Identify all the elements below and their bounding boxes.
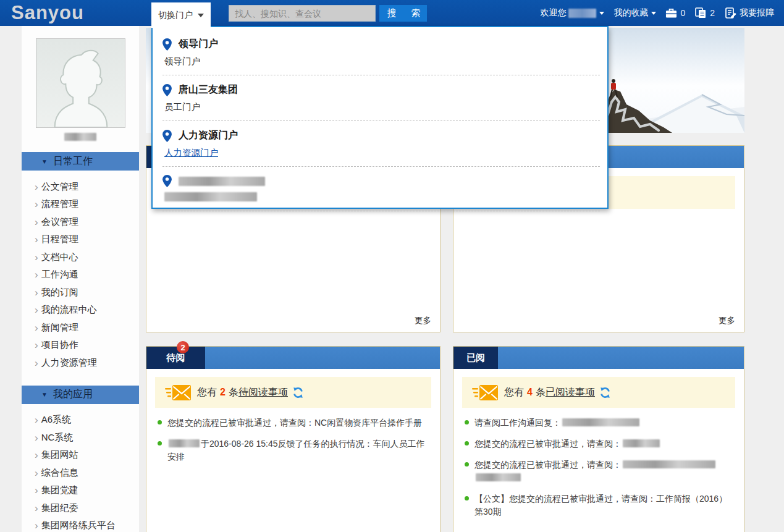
sidebar-item[interactable]: › 人力资源管理 bbox=[22, 354, 139, 372]
sidebar-item-label: 我的订阅 bbox=[41, 287, 78, 298]
sidebar-item[interactable]: › 文档中心 bbox=[22, 248, 139, 266]
chevron-right-icon: › bbox=[35, 415, 38, 425]
sidebar-item[interactable]: › 我的订阅 bbox=[22, 284, 139, 302]
chevron-right-icon: › bbox=[35, 433, 38, 443]
notice-list-item[interactable]: 于2016-08-26 15:45反馈了任务的执行情况：车间人员工作安排 bbox=[158, 437, 430, 463]
sidebar-section-title: 日常工作 bbox=[53, 155, 93, 168]
portal-title: 领导门户 bbox=[179, 38, 218, 51]
portal-page: ▼ 日常工作 › 公文管理 › 流程管理 › 会议管理 › 日程管理 › 文档中… bbox=[0, 0, 784, 532]
portal-subtitle-link[interactable]: 人力资源门户 bbox=[164, 147, 600, 159]
sidebar-item[interactable]: › 会议管理 bbox=[22, 213, 139, 231]
redacted-text bbox=[169, 439, 200, 447]
bullet-icon bbox=[465, 462, 469, 467]
report-label: 我要报障 bbox=[740, 7, 774, 19]
chevron-right-icon: › bbox=[35, 287, 38, 298]
panel-pending-tab[interactable]: 待阅 2 bbox=[146, 347, 205, 369]
portal-title: 人力资源门户 bbox=[179, 129, 238, 142]
favorites-menu[interactable]: 我的收藏 bbox=[613, 7, 656, 19]
sidebar-item[interactable]: › 集团党建 bbox=[22, 482, 139, 500]
bullet-icon bbox=[158, 441, 162, 445]
sidebar-item-label: 集团纪委 bbox=[41, 502, 78, 514]
more-link[interactable]: 更多 bbox=[415, 315, 431, 326]
sidebar-item[interactable]: › 工作沟通 bbox=[22, 266, 139, 284]
sidebar-item-label: 综合信息 bbox=[41, 467, 78, 479]
sidebar-item-label: 新闻管理 bbox=[41, 322, 78, 334]
notice-count: 4 bbox=[527, 387, 533, 398]
bullet-icon bbox=[465, 420, 469, 424]
briefcase-counter[interactable]: 0 bbox=[665, 7, 685, 19]
sidebar-item[interactable]: › 日程管理 bbox=[22, 231, 139, 249]
notepad-pen-icon bbox=[724, 7, 736, 19]
notice-unit: 条 bbox=[229, 386, 238, 399]
pending-notice-bar: 您有 2 条 待阅读事项 bbox=[155, 377, 431, 408]
sidebar-section-header[interactable]: ▼ 日常工作 bbox=[22, 152, 139, 171]
pending-count-badge: 2 bbox=[177, 341, 189, 353]
portal-dropdown-item[interactable]: 唐山三友集团 员工门户 bbox=[162, 75, 600, 121]
user-name-redacted bbox=[64, 133, 96, 141]
caret-down-icon bbox=[651, 12, 656, 15]
search-button[interactable]: 搜 索 bbox=[379, 5, 427, 22]
sidebar-item[interactable]: › A6系统 bbox=[22, 412, 139, 429]
portal-dropdown-item[interactable]: 人力资源门户 人力资源门户 bbox=[162, 121, 600, 167]
notice-list-item[interactable]: 您提交的流程已被审批通过，请查阅： bbox=[465, 437, 734, 450]
chevron-right-icon: › bbox=[35, 305, 38, 315]
redacted-portal-subtitle bbox=[164, 192, 257, 201]
portal-dropdown-item[interactable] bbox=[162, 167, 600, 211]
panel-pending-header: 待阅 2 bbox=[146, 347, 440, 369]
sidebar-item[interactable]: › 新闻管理 bbox=[22, 319, 139, 337]
notice-list-item[interactable]: 请查阅工作沟通回复： bbox=[465, 416, 734, 429]
refresh-icon[interactable] bbox=[599, 387, 611, 399]
sidebar-item[interactable]: › 项目协作 bbox=[22, 337, 139, 355]
notice-unit: 条 bbox=[536, 386, 546, 399]
more-link[interactable]: 更多 bbox=[719, 315, 735, 326]
portal-subtitle: 领导门户 bbox=[164, 56, 600, 67]
read-items-link[interactable]: 已阅读事项 bbox=[546, 386, 595, 399]
sidebar-item-label: 集团网络练兵平台 bbox=[41, 520, 116, 531]
documents-counter[interactable]: 2 bbox=[694, 7, 715, 19]
sidebar-item[interactable]: › 综合信息 bbox=[22, 464, 139, 482]
portal-switcher-button[interactable]: 切换门户 bbox=[151, 2, 211, 28]
sidebar-item[interactable]: › 集团纪委 bbox=[22, 499, 139, 517]
person-silhouette-icon bbox=[36, 39, 125, 127]
sidebar-item[interactable]: › 集团网站 bbox=[22, 447, 139, 465]
panel-pending-tab-label: 待阅 bbox=[167, 352, 185, 364]
sidebar-item[interactable]: › 流程管理 bbox=[22, 196, 139, 214]
location-pin-icon bbox=[162, 38, 172, 51]
briefcase-icon bbox=[665, 7, 677, 19]
report-issue[interactable]: 我要报障 bbox=[724, 7, 774, 19]
sidebar-item-label: 公文管理 bbox=[41, 181, 78, 193]
panel-read: 已阅 您有 4 条 已阅读事项 bbox=[453, 346, 744, 532]
sidebar-section-list: › 公文管理 › 流程管理 › 会议管理 › 日程管理 › 文档中心 › 工作沟… bbox=[22, 171, 139, 374]
panel-read-tab[interactable]: 已阅 bbox=[453, 347, 498, 369]
notice-list-item[interactable]: 您提交的流程已被审批通过，请查阅：NC闲置物资库平台操作手册 bbox=[158, 416, 430, 429]
avatar[interactable] bbox=[36, 38, 125, 128]
notice-list-item[interactable]: 【公文】您提交的流程已被审批通过，请查阅：工作简报（2016）第30期 bbox=[465, 492, 734, 518]
pending-items-link[interactable]: 待阅读事项 bbox=[238, 386, 288, 399]
sidebar-item[interactable]: › NC系统 bbox=[22, 429, 139, 447]
sidebar-item[interactable]: › 公文管理 bbox=[22, 178, 139, 196]
sidebar-item[interactable]: › 我的流程中心 bbox=[22, 302, 139, 319]
chevron-right-icon: › bbox=[35, 199, 38, 209]
welcome-user[interactable]: 欢迎您 bbox=[540, 7, 604, 19]
sidebar-section-header[interactable]: ▼ 我的应用 bbox=[22, 386, 139, 404]
chevron-right-icon: › bbox=[35, 323, 38, 333]
sidebar-item-label: NC系统 bbox=[41, 432, 74, 444]
redacted-text bbox=[476, 473, 521, 481]
bullet-icon bbox=[158, 420, 162, 424]
notice-item-text: 于2016-08-26 15:45反馈了任务的执行情况：车间人员工作安排 bbox=[167, 439, 425, 462]
chevron-right-icon: › bbox=[35, 217, 38, 227]
documents-count: 2 bbox=[710, 8, 715, 18]
portal-subtitle: 员工门户 bbox=[164, 101, 600, 113]
search-input[interactable] bbox=[229, 5, 376, 22]
notice-list-item[interactable]: 您提交的流程已被审批通过，请查阅： bbox=[465, 458, 734, 484]
sidebar-item[interactable]: › 集团网络练兵平台 bbox=[22, 517, 139, 532]
sanyou-logo: Sanyou bbox=[11, 2, 84, 24]
refresh-icon[interactable] bbox=[292, 387, 304, 399]
chevron-right-icon: › bbox=[35, 340, 38, 350]
sidebar-item-label: 工作沟通 bbox=[41, 269, 78, 281]
notice-item-text: 您提交的流程已被审批通过，请查阅： bbox=[474, 460, 717, 483]
chevron-right-icon: › bbox=[35, 182, 38, 192]
caret-down-icon bbox=[599, 12, 604, 15]
portal-dropdown-item[interactable]: 领导门户 领导门户 bbox=[162, 30, 600, 75]
chevron-right-icon: › bbox=[35, 503, 38, 513]
